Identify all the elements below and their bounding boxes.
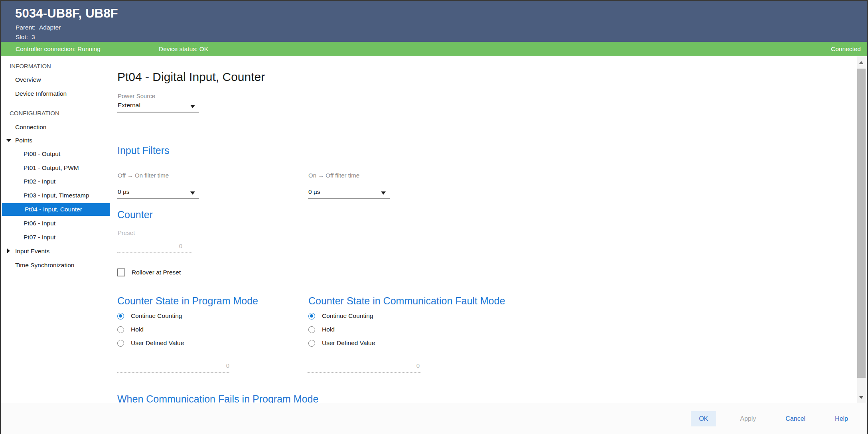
chevron-down-icon bbox=[381, 191, 386, 195]
radio-unselected-icon[interactable] bbox=[308, 340, 315, 347]
fault-mode-radio-continue-counting[interactable]: Continue Counting bbox=[308, 312, 373, 320]
radio-label: Continue Counting bbox=[131, 312, 182, 320]
scroll-up-icon[interactable] bbox=[859, 61, 864, 64]
scroll-down-icon[interactable] bbox=[859, 396, 864, 399]
checkbox-unchecked-icon[interactable] bbox=[117, 268, 125, 276]
connection-state: Connected bbox=[831, 45, 861, 53]
preset-field[interactable]: 0 bbox=[117, 240, 192, 253]
off-on-filter-label: Off → On filter time bbox=[118, 172, 169, 179]
on-off-filter-label: On → Off filter time bbox=[308, 172, 359, 179]
radio-label: User Defined Value bbox=[322, 339, 375, 347]
off-on-filter-dropdown[interactable]: 0 µs bbox=[117, 185, 199, 199]
slot-row: Slot: 3 bbox=[16, 34, 35, 41]
sidebar-item-pt01[interactable]: Pt01 - Output, PWM bbox=[1, 162, 111, 174]
sidebar-item-pt04-selected[interactable]: Pt04 - Input, Counter bbox=[2, 203, 110, 216]
fault-mode-radio-user-defined-value[interactable]: User Defined Value bbox=[308, 339, 375, 347]
program-mode-radio-hold[interactable]: Hold bbox=[117, 325, 144, 334]
chevron-down-icon bbox=[190, 191, 195, 195]
radio-selected-icon[interactable] bbox=[117, 313, 124, 320]
sidebar-item-input-events[interactable]: Input Events bbox=[1, 245, 111, 257]
chevron-expanded-icon[interactable] bbox=[6, 139, 11, 142]
sidebar-item-pt00[interactable]: Pt00 - Output bbox=[1, 148, 111, 160]
preset-value: 0 bbox=[179, 243, 182, 249]
off-on-filter-value: 0 µs bbox=[118, 188, 130, 195]
radio-label: Hold bbox=[131, 326, 144, 333]
sidebar-item-overview[interactable]: Overview bbox=[1, 74, 111, 86]
program-mode-user-value-field[interactable]: 0 bbox=[117, 359, 230, 373]
sidebar-item-input-events-label: Input Events bbox=[15, 248, 49, 254]
chevron-down-icon bbox=[190, 105, 195, 108]
sidebar-item-points[interactable]: Points bbox=[1, 134, 111, 146]
sidebar-item-pt06[interactable]: Pt06 - Input bbox=[1, 217, 111, 229]
program-mode-user-value: 0 bbox=[226, 362, 229, 369]
footer-buttons: OK Apply Cancel Help bbox=[691, 403, 854, 434]
device-title: 5034-UB8F, UB8F bbox=[15, 6, 118, 21]
fault-mode-user-value-field[interactable]: 0 bbox=[308, 359, 420, 373]
program-mode-radio-user-defined-value[interactable]: User Defined Value bbox=[117, 339, 184, 347]
header: 5034-UB8F, UB8F Parent: Adapter Slot: 3 bbox=[1, 1, 867, 42]
help-button[interactable]: Help bbox=[829, 411, 854, 426]
counter-heading: Counter bbox=[117, 209, 153, 221]
power-source-value: External bbox=[118, 102, 140, 109]
on-off-filter-dropdown[interactable]: 0 µs bbox=[308, 185, 390, 199]
sidebar-item-time-synchronization[interactable]: Time Synchronization bbox=[1, 259, 111, 271]
device-config-window: 5034-UB8F, UB8F Parent: Adapter Slot: 3 … bbox=[0, 0, 868, 434]
program-mode-heading: Counter State in Program Mode bbox=[117, 295, 258, 307]
radio-label: User Defined Value bbox=[131, 339, 184, 347]
slot-value: 3 bbox=[32, 34, 35, 41]
radio-label: Hold bbox=[322, 326, 335, 333]
footer-bar: OK Apply Cancel Help bbox=[1, 403, 867, 434]
rollover-at-preset-checkbox[interactable]: Rollover at Preset bbox=[117, 267, 181, 278]
fault-mode-heading: Counter State in Communication Fault Mod… bbox=[308, 295, 505, 307]
radio-unselected-icon[interactable] bbox=[117, 326, 124, 333]
input-filters-heading: Input Filters bbox=[117, 145, 170, 156]
status-bar: Controller connection: Running Device st… bbox=[1, 42, 867, 56]
power-source-dropdown[interactable]: External bbox=[117, 99, 199, 112]
device-status: Device status: OK bbox=[159, 45, 208, 53]
sidebar-section-configuration: CONFIGURATION bbox=[1, 107, 111, 119]
fault-mode-user-value: 0 bbox=[416, 362, 420, 369]
sidebar-item-pt02[interactable]: Pt02 - Input bbox=[1, 176, 111, 187]
sidebar-section-information: INFORMATION bbox=[1, 60, 111, 72]
sidebar-item-device-information[interactable]: Device Information bbox=[1, 88, 111, 100]
sidebar-item-points-label: Points bbox=[15, 137, 32, 144]
sidebar-item-pt03[interactable]: Pt03 - Input, Timestamp bbox=[1, 189, 111, 201]
radio-selected-icon[interactable] bbox=[308, 313, 315, 320]
sidebar-divider bbox=[111, 56, 111, 403]
fault-mode-radio-hold[interactable]: Hold bbox=[308, 325, 335, 334]
vertical-scrollbar[interactable] bbox=[857, 56, 866, 403]
page-title: Pt04 - Digital Input, Counter bbox=[117, 70, 265, 84]
preset-label: Preset bbox=[118, 229, 135, 236]
on-off-filter-value: 0 µs bbox=[308, 188, 320, 195]
parent-value: Adapter bbox=[39, 24, 61, 31]
parent-label: Parent: bbox=[16, 24, 36, 31]
chevron-collapsed-icon[interactable] bbox=[7, 249, 10, 253]
scrollbar-thumb[interactable] bbox=[857, 69, 866, 378]
radio-unselected-icon[interactable] bbox=[308, 326, 315, 333]
cancel-button[interactable]: Cancel bbox=[780, 411, 811, 426]
sidebar-item-pt07[interactable]: Pt07 - Input bbox=[1, 231, 111, 243]
radio-label: Continue Counting bbox=[322, 312, 373, 320]
sidebar-item-connection[interactable]: Connection bbox=[1, 121, 111, 133]
apply-button[interactable]: Apply bbox=[734, 411, 761, 426]
ok-button[interactable]: OK bbox=[691, 411, 716, 426]
slot-label: Slot: bbox=[16, 34, 28, 41]
radio-unselected-icon[interactable] bbox=[117, 340, 124, 347]
rollover-at-preset-label: Rollover at Preset bbox=[132, 269, 181, 276]
parent-row: Parent: Adapter bbox=[16, 24, 61, 31]
controller-connection-status: Controller connection: Running bbox=[16, 45, 101, 53]
power-source-label: Power Source bbox=[118, 93, 155, 99]
program-mode-radio-continue-counting[interactable]: Continue Counting bbox=[117, 312, 182, 320]
